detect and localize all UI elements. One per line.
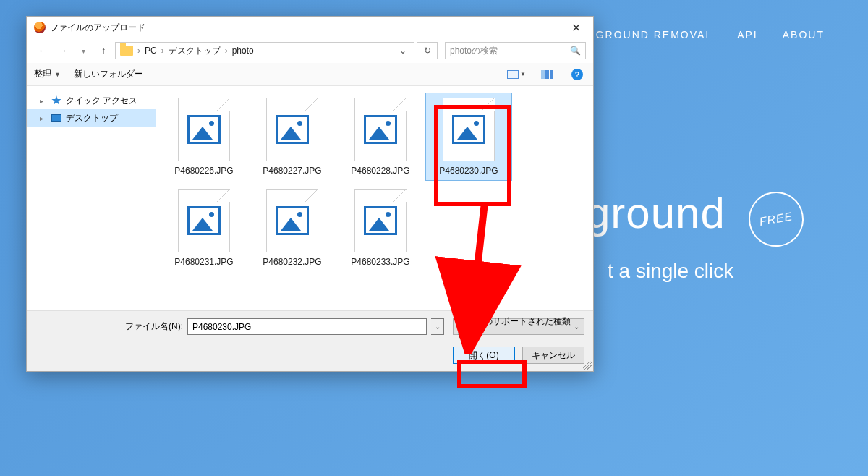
image-icon (364, 206, 397, 235)
organize-menu[interactable]: 整理▼ (34, 68, 61, 80)
filename-input[interactable] (187, 318, 427, 335)
filename-dropdown[interactable]: ⌄ (431, 318, 444, 335)
filetype-label: すべてのサポートされた種類 (*.jpg;* (458, 315, 579, 338)
view-mode-button[interactable]: ▼ (508, 66, 525, 83)
nav-row: ← → ▾ ↑ › PC › デスクトップ › photo ⌄ ↻ photoの… (27, 38, 593, 63)
file-thumbnail (178, 98, 230, 161)
breadcrumb-sep: › (225, 46, 228, 56)
dialog-title: ファイルのアップロード (50, 22, 561, 34)
nav-link-api[interactable]: API (737, 29, 758, 41)
file-item[interactable]: P4680232.JPG (250, 184, 335, 271)
new-folder-button[interactable]: 新しいフォルダー (74, 68, 143, 80)
up-button[interactable]: ↑ (95, 42, 112, 59)
file-thumbnail (266, 189, 318, 252)
titlebar: ファイルのアップロード ✕ (27, 17, 593, 38)
firefox-icon (34, 22, 46, 33)
breadcrumb-pc[interactable]: PC (145, 46, 157, 56)
search-placeholder: photoの検索 (450, 45, 498, 57)
expander-icon[interactable]: ▸ (40, 97, 47, 105)
file-name: P4680227.JPG (263, 166, 321, 176)
hero-title: ground (586, 188, 733, 238)
file-item[interactable]: P4680233.JPG (338, 184, 423, 271)
site-nav: GROUND REMOVAL API ABOUT (596, 29, 825, 41)
hero-text: ground t a single click (586, 188, 733, 283)
recent-caret[interactable]: ▾ (75, 42, 92, 59)
toolbar: 整理▼ 新しいフォルダー ▼ ? (27, 63, 593, 86)
file-thumbnail (266, 98, 318, 161)
sidebar-item-desktop[interactable]: ▸ デスクトップ (27, 109, 156, 127)
filename-label: ファイル名(N): (125, 320, 183, 333)
search-icon: 🔍 (570, 46, 581, 56)
sidebar-label-desktop: デスクトップ (66, 112, 118, 124)
search-input[interactable]: photoの検索 🔍 (445, 42, 586, 59)
file-item[interactable]: P4680228.JPG (338, 93, 423, 180)
back-button[interactable]: ← (34, 42, 51, 59)
cancel-button[interactable]: キャンセル (522, 347, 584, 364)
dialog-footer: ファイル名(N): ⌄ すべてのサポートされた種類 (*.jpg;* ⌄ 開く(… (27, 310, 593, 371)
close-button[interactable]: ✕ (561, 17, 590, 38)
folder-icon (120, 46, 133, 56)
image-icon (187, 115, 221, 144)
sidebar-item-quick-access[interactable]: ▸ クイック アクセス (27, 92, 156, 109)
breadcrumb-photo[interactable]: photo (232, 46, 254, 56)
file-name: P4680228.JPG (351, 166, 409, 176)
file-item[interactable]: P4680227.JPG (250, 93, 335, 180)
file-thumbnail (443, 98, 495, 161)
sidebar: ▸ クイック アクセス ▸ デスクトップ (27, 86, 157, 310)
expander-icon[interactable]: ▸ (40, 114, 47, 122)
file-name: P4680230.JPG (439, 166, 498, 176)
file-name: P4680232.JPG (263, 257, 321, 267)
file-upload-dialog: ファイルのアップロード ✕ ← → ▾ ↑ › PC › デスクトップ › ph… (26, 16, 594, 372)
desktop-icon (51, 114, 61, 122)
open-button[interactable]: 開く(O) (453, 347, 515, 364)
address-dropdown[interactable]: ⌄ (396, 46, 409, 56)
refresh-button[interactable]: ↻ (417, 42, 438, 59)
filetype-combo[interactable]: すべてのサポートされた種類 (*.jpg;* ⌄ (453, 318, 584, 335)
breadcrumb-sep: › (137, 46, 140, 56)
file-thumbnail (178, 189, 230, 252)
preview-pane-button[interactable] (538, 66, 556, 83)
image-icon (364, 115, 397, 144)
address-bar[interactable]: › PC › デスクトップ › photo ⌄ (115, 42, 414, 59)
image-icon (276, 206, 309, 235)
file-name: P4680231.JPG (174, 257, 233, 267)
file-item[interactable]: P4680230.JPG (426, 93, 511, 180)
file-thumbnail (354, 98, 407, 161)
free-badge: FREE (744, 187, 808, 251)
image-icon (452, 115, 485, 144)
file-item[interactable]: P4680231.JPG (161, 184, 247, 271)
nav-link-about[interactable]: ABOUT (783, 29, 825, 41)
file-name: P4680226.JPG (174, 166, 233, 176)
help-button[interactable]: ? (569, 66, 586, 83)
resize-grip[interactable] (583, 361, 592, 370)
nav-link-removal[interactable]: GROUND REMOVAL (596, 29, 713, 41)
file-item[interactable]: P4680226.JPG (161, 93, 247, 180)
breadcrumb-sep: › (161, 46, 164, 56)
breadcrumb-desktop[interactable]: デスクトップ (169, 45, 221, 57)
star-icon (51, 95, 61, 106)
hero-subtitle: t a single click (608, 260, 733, 283)
image-icon (276, 115, 309, 144)
file-name: P4680233.JPG (351, 257, 409, 267)
chevron-down-icon: ⌄ (574, 323, 579, 331)
image-icon (187, 206, 221, 235)
file-thumbnail (354, 189, 407, 252)
forward-button: → (54, 42, 72, 59)
sidebar-label-quick: クイック アクセス (66, 95, 137, 107)
file-list[interactable]: P4680226.JPGP4680227.JPGP4680228.JPGP468… (157, 86, 593, 310)
